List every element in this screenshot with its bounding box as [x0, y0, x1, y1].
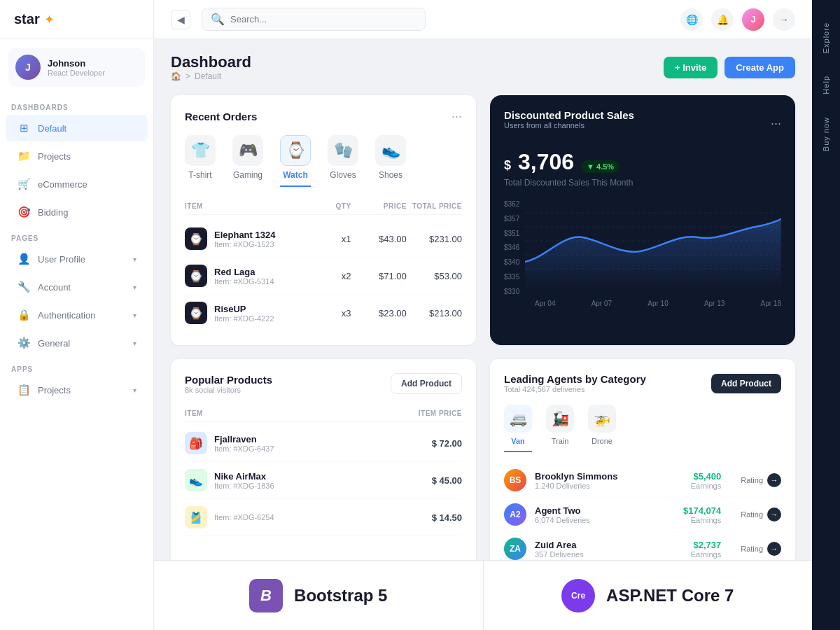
- create-app-button[interactable]: Create App: [724, 57, 795, 78]
- chevron-icon: ▾: [133, 340, 136, 347]
- agent-earnings: $2,737: [691, 540, 721, 550]
- tab-van[interactable]: 🚐 Van: [504, 405, 532, 452]
- tab-tshirt[interactable]: 👕 T-shirt: [185, 135, 216, 187]
- bootstrap-text: Bootstrap 5: [294, 586, 387, 606]
- tab-gaming[interactable]: 🎮 Gaming: [232, 135, 263, 187]
- popular-title: Popular Products: [185, 374, 272, 386]
- agent-earnings: $5,400: [691, 471, 721, 482]
- arrow-right-icon[interactable]: →: [767, 473, 781, 487]
- breadcrumb-sep: >: [186, 71, 190, 81]
- sidebar-item-authentication[interactable]: 🔒 Authentication ▾: [6, 302, 148, 328]
- agent-earnings: $174,074: [683, 505, 721, 516]
- help-item[interactable]: Help: [816, 64, 836, 106]
- sidebar-item-apps-projects[interactable]: 📋 Projects ▾: [6, 377, 148, 403]
- arrow-icon[interactable]: →: [773, 8, 795, 31]
- tab-gloves[interactable]: 🧤 Gloves: [328, 135, 358, 187]
- recent-orders-header: Recent Orders ···: [185, 109, 462, 124]
- sidebar-item-ecommerce[interactable]: 🛒 eCommerce: [6, 171, 148, 197]
- content-area: Dashboard 🏠 > Default + Invite Create Ap…: [154, 39, 812, 630]
- sidebar-item-user-profile[interactable]: 👤 User Profile ▾: [6, 246, 148, 272]
- sidebar-item-label: Projects: [38, 385, 71, 396]
- user-icon: 👤: [17, 252, 31, 266]
- tab-shoes-label: Shoes: [379, 170, 402, 180]
- popular-products-card: Popular Products 8k social visitors Add …: [171, 359, 476, 580]
- sidebar-item-projects[interactable]: 📁 Projects: [6, 143, 148, 169]
- item-image: ⌚: [185, 302, 207, 324]
- chart-area: $362 $357 $351 $346 $340 $335 $330: [504, 199, 781, 311]
- tab-train-label: Train: [552, 437, 569, 445]
- discounted-subtitle: Users from all channels: [504, 121, 634, 130]
- card-menu-icon[interactable]: ···: [771, 116, 781, 131]
- item-info: 🎒 Fjallraven Item: #XDG-6437: [185, 432, 370, 454]
- sidebar-item-label: General: [38, 338, 70, 349]
- search-box[interactable]: 🔍: [202, 8, 426, 31]
- tab-drone-label: Drone: [592, 437, 612, 445]
- popular-header: Popular Products 8k social visitors Add …: [185, 373, 462, 394]
- tab-van-label: Van: [511, 437, 525, 445]
- tab-watch[interactable]: ⌚ Watch: [280, 135, 311, 187]
- page-header-left: Dashboard 🏠 > Default: [171, 53, 251, 81]
- agent-name: Agent Two: [535, 505, 675, 516]
- card-menu-icon[interactable]: ···: [451, 109, 462, 124]
- item-id: Item: #XDG-5314: [214, 277, 274, 286]
- gaming-icon: 🎮: [232, 135, 263, 166]
- globe-icon[interactable]: 🌐: [680, 8, 703, 31]
- invite-button[interactable]: + Invite: [664, 57, 718, 78]
- add-product-button-dark[interactable]: Add Product: [711, 374, 781, 393]
- tab-shoes[interactable]: 👟 Shoes: [375, 135, 406, 187]
- page-title: Dashboard: [171, 53, 251, 71]
- tab-gaming-label: Gaming: [233, 170, 262, 180]
- logo-star: ✦: [44, 12, 55, 27]
- drone-icon: 🚁: [588, 405, 616, 433]
- sidebar-item-default[interactable]: ⊞ Default: [6, 115, 148, 141]
- item-price: $ 45.00: [370, 475, 462, 486]
- item-info: ⌚ Elephant 1324 Item: #XDG-1523: [185, 227, 295, 250]
- item-info: ⌚ RiseUP Item: #XDG-4222: [185, 302, 295, 324]
- topbar: ◀ 🔍 🌐 🔔 J →: [154, 0, 812, 39]
- aspnet-banner: Cre ASP.NET Core 7: [484, 561, 813, 630]
- bidding-icon: 🎯: [17, 205, 31, 219]
- add-product-button[interactable]: Add Product: [391, 373, 462, 394]
- item-image: 🎽: [185, 506, 207, 528]
- sidebar-item-label: eCommerce: [38, 179, 88, 190]
- tab-drone[interactable]: 🚁 Drone: [588, 405, 616, 452]
- settings-icon: ⚙️: [17, 336, 31, 350]
- sales-number: 3,706: [518, 149, 574, 175]
- item-name: Elephant 1324: [214, 230, 275, 240]
- train-icon: 🚂: [546, 405, 574, 433]
- agents-title: Leading Agents by Category: [504, 373, 646, 385]
- user-card[interactable]: J Johnson React Developer: [8, 48, 145, 87]
- col-qty: QTY: [295, 202, 351, 210]
- sidebar-item-account[interactable]: 🔧 Account ▾: [6, 274, 148, 300]
- cart-icon: 🛒: [17, 177, 31, 191]
- item-total: $213.00: [407, 308, 462, 318]
- agent-deliveries: 6,074 Deliveries: [535, 516, 675, 524]
- agent-earnings-label: Earnings: [691, 482, 721, 490]
- item-name: Red Laga: [214, 267, 274, 277]
- leading-agents-card: Leading Agents by Category Total 424,567…: [490, 359, 795, 580]
- tab-train[interactable]: 🚂 Train: [546, 405, 574, 452]
- pages-label: PAGES: [0, 226, 153, 245]
- breadcrumb-current: Default: [195, 71, 221, 81]
- logo-text: star: [14, 11, 40, 27]
- sidebar: star ✦ J Johnson React Developer DASHBOA…: [0, 0, 154, 630]
- item-price: $ 72.00: [370, 438, 462, 449]
- sidebar-item-general[interactable]: ⚙️ General ▾: [6, 330, 148, 356]
- explore-item[interactable]: Explore: [816, 11, 836, 64]
- arrow-right-icon[interactable]: →: [767, 507, 781, 522]
- sidebar-item-label: Default: [38, 123, 66, 134]
- search-input[interactable]: [230, 14, 416, 24]
- buy-now-item[interactable]: Buy now: [816, 106, 836, 162]
- collapse-button[interactable]: ◀: [171, 10, 190, 29]
- item-price: $71.00: [351, 271, 407, 281]
- page-header: Dashboard 🏠 > Default + Invite Create Ap…: [171, 53, 795, 81]
- item-id: Item: #XDG-6437: [214, 444, 274, 453]
- notification-icon[interactable]: 🔔: [711, 8, 734, 31]
- arrow-right-icon[interactable]: →: [767, 542, 781, 556]
- topbar-avatar[interactable]: J: [742, 8, 764, 31]
- sidebar-item-bidding[interactable]: 🎯 Bidding: [6, 199, 148, 225]
- bottom-grid: Popular Products 8k social visitors Add …: [171, 359, 795, 580]
- user-info: Johnson React Developer: [48, 58, 105, 77]
- discounted-header: Discounted Product Sales Users from all …: [504, 109, 781, 138]
- product-table-header: ITEM ITEM PRICE: [185, 405, 462, 422]
